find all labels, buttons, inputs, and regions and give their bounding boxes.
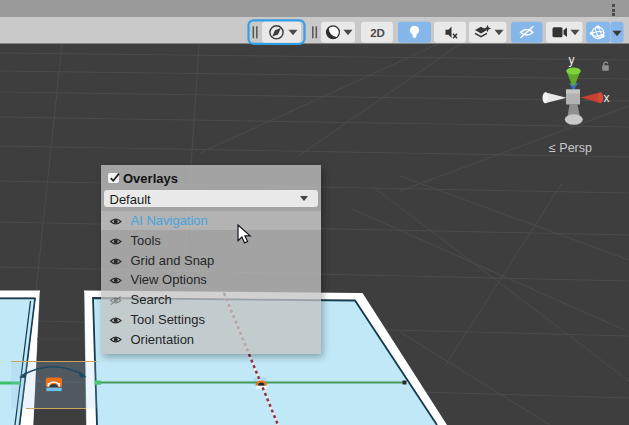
svg-text:2D: 2D <box>370 27 385 39</box>
svg-text:≤ Persp: ≤ Persp <box>549 141 592 155</box>
svg-text:y: y <box>569 53 575 67</box>
svg-text:x: x <box>604 91 610 105</box>
